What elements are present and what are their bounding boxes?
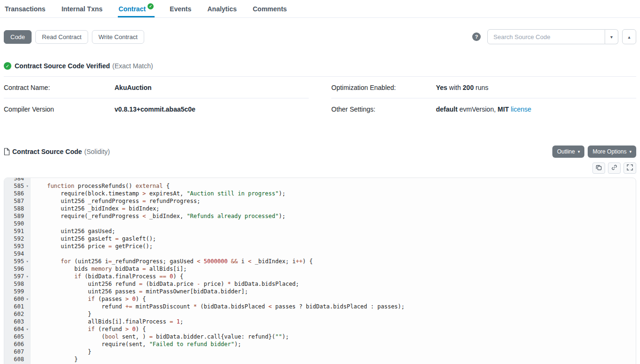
help-icon[interactable]: ? — [472, 32, 481, 41]
fold-toggle-icon[interactable]: ▾ — [24, 182, 31, 190]
code-line: 605 (bool sent, ) = bidData.bidder.call{… — [4, 333, 636, 340]
tab-label: Contract — [119, 5, 146, 13]
write-contract-button[interactable]: Write Contract — [92, 30, 144, 44]
contract-name-value: AkuAuction — [115, 84, 152, 91]
code-line: 607 } — [4, 348, 636, 356]
fold-toggle-icon[interactable]: ▾ — [24, 325, 31, 333]
code-tools-row — [4, 162, 636, 174]
line-number: 592 — [14, 235, 24, 243]
contract-info-grid: Contract Name: AkuAuction Compiler Versi… — [4, 77, 636, 120]
line-number-gutter: 597▾ — [4, 273, 31, 280]
chevron-down-icon: ▾ — [578, 149, 580, 154]
tab-contract[interactable]: Contract✓ — [118, 0, 155, 17]
line-number-gutter: 604▾ — [4, 325, 31, 333]
copy-icon — [596, 164, 602, 172]
code-line-text: refund += mintPassDiscount * (bidData.bi… — [31, 303, 405, 310]
fold-toggle-icon[interactable]: ▾ — [24, 273, 31, 280]
line-number: 597 — [14, 273, 24, 280]
contract-name-row: Contract Name: AkuAuction — [4, 77, 309, 98]
code-line-text — [31, 178, 33, 182]
tab-transactions[interactable]: Transactions — [4, 0, 46, 17]
line-number: 584 — [14, 178, 24, 182]
link-icon — [611, 164, 617, 172]
line-number: 587 — [14, 197, 24, 205]
tab-comments[interactable]: Comments — [252, 0, 287, 17]
line-number: 608 — [14, 356, 24, 363]
code-line: 595▾ for (uint256 i=_refundProgress; gas… — [4, 258, 636, 265]
source-code-editor[interactable]: 584585▾ function processRefunds() extern… — [4, 178, 636, 364]
code-line-text: for (uint256 i=_refundProgress; gasUsed … — [31, 258, 313, 265]
chevron-down-icon: ▾ — [629, 149, 632, 154]
code-line-text: bids memory bidData = allBids[i]; — [31, 265, 187, 273]
outline-button[interactable]: Outline▾ — [552, 146, 585, 158]
line-number-gutter: 588 — [4, 205, 31, 212]
source-code-subtitle: (Solidity) — [84, 148, 110, 155]
line-number: 602 — [14, 310, 24, 318]
code-line: 599 uint256 passes = mintPassOwner[bidDa… — [4, 288, 636, 295]
line-number-gutter: 587 — [4, 197, 31, 205]
code-button[interactable]: Code — [4, 30, 32, 44]
line-number: 603 — [14, 318, 24, 325]
line-number-gutter: 599 — [4, 288, 31, 295]
fold-toggle-icon[interactable]: ▾ — [24, 295, 31, 303]
code-line-text: } — [31, 348, 91, 356]
tab-label: Events — [170, 5, 191, 13]
code-line: 591 uint256 gasUsed; — [4, 227, 636, 235]
tab-analytics[interactable]: Analytics — [206, 0, 238, 17]
other-settings-label: Other Settings: — [331, 105, 436, 113]
code-line-text: require(block.timestamp > expiresAt, "Au… — [31, 190, 286, 197]
copy-code-button[interactable] — [592, 162, 605, 174]
line-number-gutter: 601 — [4, 303, 31, 310]
check-circle-icon: ✓ — [4, 62, 11, 70]
line-number: 607 — [14, 348, 24, 356]
line-number: 598 — [14, 280, 24, 288]
search-source-code-input[interactable] — [487, 29, 605, 44]
expand-code-button[interactable] — [624, 162, 636, 174]
expand-icon — [627, 164, 633, 172]
permalink-button[interactable] — [608, 162, 621, 174]
optimization-label: Optimization Enabled: — [331, 84, 436, 91]
code-line: 588 uint256 _bidIndex = bidIndex; — [4, 205, 636, 212]
tab-internal-txns[interactable]: Internal Txns — [60, 0, 103, 17]
collapse-section-button[interactable]: ▴ — [622, 29, 636, 44]
verified-check-icon: ✓ — [148, 3, 154, 9]
code-line-text: if (bidData.finalProcess == 0) { — [31, 273, 183, 280]
code-line: 592 uint256 gasLeft = gasleft(); — [4, 235, 636, 243]
read-contract-button[interactable]: Read Contract — [35, 30, 88, 44]
line-number: 585 — [14, 182, 24, 190]
source-code-title: Contract Source Code (Solidity) — [4, 148, 110, 155]
contract-toolbar: Code Read Contract Write Contract ? ▾ ▴ — [4, 29, 636, 44]
code-editor-lines: 584585▾ function processRefunds() extern… — [4, 178, 636, 364]
code-line: 586 require(block.timestamp > expiresAt,… — [4, 190, 636, 197]
code-line-text: uint256 gasUsed; — [31, 227, 115, 235]
code-line-text: function processRefunds() external { — [31, 182, 170, 190]
compiler-version-row: Compiler Version v0.8.13+commit.abaa5c0e — [4, 98, 309, 120]
line-number-gutter: 586 — [4, 190, 31, 197]
line-number-gutter: 607 — [4, 348, 31, 356]
line-number: 594 — [14, 250, 24, 258]
line-number: 600 — [14, 295, 24, 303]
tab-events[interactable]: Events — [169, 0, 192, 17]
code-line: 604▾ if (refund > 0) { — [4, 325, 636, 333]
line-number-gutter: 591 — [4, 227, 31, 235]
tab-label: Internal Txns — [61, 5, 102, 13]
tab-label: Comments — [253, 5, 287, 13]
code-line: 596 bids memory bidData = allBids[i]; — [4, 265, 636, 273]
search-options-button[interactable]: ▾ — [605, 29, 618, 44]
line-number: 599 — [14, 288, 24, 295]
code-line-text — [31, 220, 33, 227]
tab-label: Analytics — [207, 5, 237, 13]
optimization-value: Yes with 200 runs — [436, 84, 488, 91]
code-line-text: uint256 passes = mintPassOwner[bidData.b… — [31, 288, 248, 295]
fold-toggle-icon[interactable]: ▾ — [24, 258, 31, 265]
code-line-text — [31, 250, 33, 258]
license-link[interactable]: license — [511, 105, 532, 113]
search-group: ▾ — [487, 29, 618, 44]
tab-bar: Transactions Internal Txns Contract✓ Eve… — [0, 0, 640, 18]
line-number-gutter: 598 — [4, 280, 31, 288]
chevron-up-icon: ▴ — [628, 34, 630, 40]
line-number-gutter: 594 — [4, 250, 31, 258]
verified-banner: ✓ Contract Source Code Verified (Exact M… — [4, 62, 636, 70]
more-options-button[interactable]: More Options▾ — [588, 146, 636, 158]
line-number: 588 — [14, 205, 24, 212]
